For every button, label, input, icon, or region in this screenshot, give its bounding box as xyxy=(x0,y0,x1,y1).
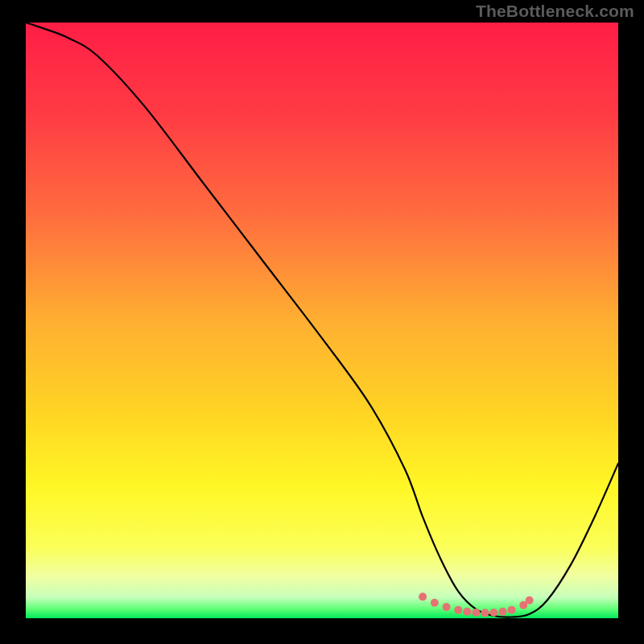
optimal-marker xyxy=(443,603,451,611)
optimal-marker xyxy=(454,606,462,614)
optimal-marker xyxy=(508,606,516,614)
chart-svg xyxy=(0,0,644,644)
optimal-marker xyxy=(463,608,471,616)
optimal-marker xyxy=(472,609,480,617)
optimal-marker xyxy=(489,609,497,617)
optimal-marker xyxy=(431,599,439,607)
optimal-marker xyxy=(498,608,506,616)
bottleneck-chart: TheBottleneck.com xyxy=(0,0,644,644)
watermark-text: TheBottleneck.com xyxy=(476,2,634,21)
optimal-marker xyxy=(419,592,427,601)
optimal-marker xyxy=(526,597,534,605)
plot-background xyxy=(26,23,618,618)
optimal-marker xyxy=(481,609,489,617)
